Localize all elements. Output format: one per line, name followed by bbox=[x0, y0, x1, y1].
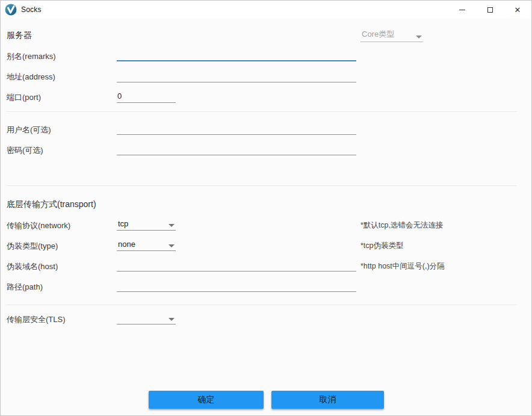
port-input[interactable] bbox=[117, 90, 176, 103]
type-select[interactable]: none bbox=[117, 238, 176, 251]
network-note: *默认tcp,选错会无法连接 bbox=[360, 220, 444, 231]
path-label: 路径(path) bbox=[7, 282, 43, 293]
username-label: 用户名(可选) bbox=[7, 125, 51, 135]
divider bbox=[7, 111, 517, 112]
window-title: Socks bbox=[21, 5, 42, 14]
password-label: 密码(可选) bbox=[7, 145, 43, 156]
maximize-icon bbox=[487, 7, 493, 13]
divider bbox=[7, 305, 517, 305]
chevron-down-icon bbox=[169, 244, 175, 247]
type-label: 伪装类型(type) bbox=[7, 241, 58, 252]
app-logo-icon bbox=[5, 4, 17, 16]
minimize-icon bbox=[459, 10, 465, 10]
host-input[interactable] bbox=[117, 258, 356, 272]
network-label: 传输协议(network) bbox=[7, 220, 70, 231]
remarks-label: 别名(remarks) bbox=[7, 51, 56, 62]
host-label: 伪装域名(host) bbox=[7, 261, 58, 272]
ok-button[interactable]: 确定 bbox=[149, 391, 264, 409]
tls-label: 传输层安全(TLS) bbox=[7, 314, 66, 325]
remarks-input[interactable] bbox=[117, 48, 356, 61]
address-input[interactable] bbox=[117, 69, 356, 82]
network-select[interactable]: tcp bbox=[117, 217, 176, 231]
transport-section-header: 底层传输方式(transport) bbox=[7, 199, 96, 210]
dialog-content: 服务器 Core类型 别名(remarks) 地址(address) 端口(po… bbox=[1, 19, 531, 415]
server-section-header: 服务器 bbox=[7, 30, 32, 41]
chevron-down-icon bbox=[416, 36, 422, 39]
type-note: *tcp伪装类型 bbox=[360, 241, 404, 251]
titlebar: Socks ✕ bbox=[1, 1, 531, 19]
core-type-select[interactable]: Core类型 bbox=[360, 29, 423, 42]
core-type-value: Core类型 bbox=[362, 29, 394, 40]
close-icon: ✕ bbox=[515, 6, 521, 14]
port-label: 端口(port) bbox=[7, 92, 41, 103]
network-value: tcp bbox=[118, 219, 128, 228]
tls-select[interactable] bbox=[117, 311, 176, 324]
maximize-button[interactable] bbox=[476, 1, 504, 19]
chevron-down-icon bbox=[169, 224, 175, 227]
socks-dialog-window: Socks ✕ 服务器 Core类型 别名(remarks) 地址(addres… bbox=[0, 0, 532, 416]
type-value: none bbox=[118, 240, 135, 249]
minimize-button[interactable] bbox=[448, 1, 476, 19]
path-input[interactable] bbox=[117, 279, 356, 292]
cancel-button[interactable]: 取消 bbox=[271, 391, 384, 409]
username-input[interactable] bbox=[117, 122, 356, 135]
chevron-down-icon bbox=[169, 318, 175, 321]
window-controls: ✕ bbox=[448, 1, 531, 19]
divider bbox=[7, 185, 517, 186]
password-input[interactable] bbox=[117, 142, 356, 155]
close-button[interactable]: ✕ bbox=[504, 1, 531, 19]
address-label: 地址(address) bbox=[7, 72, 55, 82]
host-note: *http host中间逗号(,)分隔 bbox=[360, 261, 445, 272]
